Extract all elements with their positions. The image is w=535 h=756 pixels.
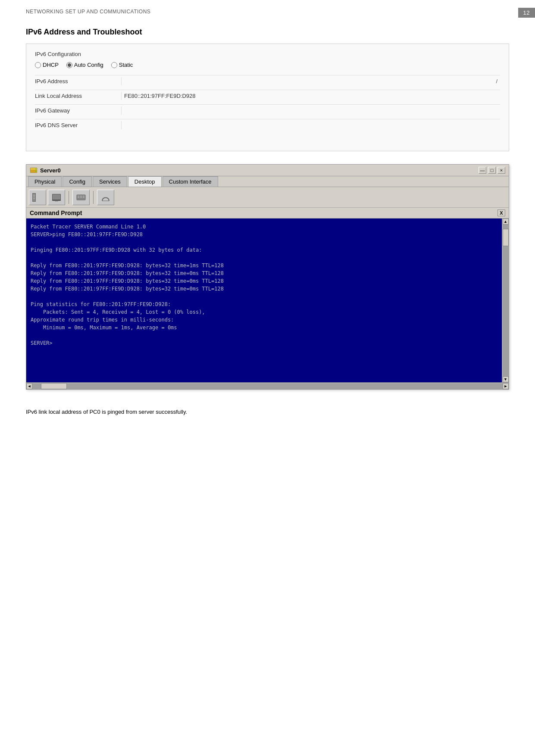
toolbar-item-1[interactable] xyxy=(29,190,46,205)
scroll-track xyxy=(503,225,509,376)
cmd-body[interactable]: Packet Tracer SERVER Command Line 1.0 SE… xyxy=(26,219,509,382)
vertical-scrollbar[interactable]: ▲ ▼ xyxy=(502,219,509,382)
hscroll-track xyxy=(32,383,503,389)
tab-custom-interface[interactable]: Custom Interface xyxy=(163,176,218,187)
maximize-button[interactable]: □ xyxy=(488,167,496,174)
svg-point-4 xyxy=(35,171,36,172)
header-text: NETWORKING SET UP AND COMMUNICATIONS xyxy=(26,9,150,15)
section-title: IPv6 Address and Troubleshoot xyxy=(0,15,535,44)
svg-rect-11 xyxy=(53,194,60,200)
radio-static-label[interactable]: Static xyxy=(111,62,133,68)
toolbar-icon-2 xyxy=(50,191,63,203)
ipv6-address-input[interactable] xyxy=(124,78,494,84)
toolbar-separator-2 xyxy=(93,191,94,204)
toolbar-item-2[interactable] xyxy=(48,190,65,205)
page-header: NETWORKING SET UP AND COMMUNICATIONS 12 xyxy=(0,0,535,15)
toolbar-item-3[interactable] xyxy=(72,190,90,205)
horizontal-scrollbar[interactable]: ◄ ► xyxy=(26,382,509,389)
pt-content: Command Prompt X Packet Tracer SERVER Co… xyxy=(26,208,509,389)
svg-rect-8 xyxy=(33,197,35,197)
pt-tab-bar: Physical Config Services Desktop Custom … xyxy=(26,176,509,187)
scroll-left-btn[interactable]: ◄ xyxy=(26,383,32,389)
hscroll-thumb[interactable] xyxy=(41,383,67,389)
close-button[interactable]: × xyxy=(497,167,505,174)
scroll-down-btn[interactable]: ▼ xyxy=(503,376,509,382)
server-icon xyxy=(30,166,38,174)
field-input-wrapper-ipv6-gateway xyxy=(121,106,500,115)
tab-config[interactable]: Config xyxy=(63,176,92,187)
caption-text: IPv6 link local address of PC0 is pinged… xyxy=(0,403,535,421)
tab-physical[interactable]: Physical xyxy=(28,176,62,187)
radio-static-text: Static xyxy=(119,62,133,68)
radio-auto-config-text: Auto Config xyxy=(74,62,103,68)
field-row-ipv6-dns: IPv6 DNS Server xyxy=(35,119,500,131)
minimize-button[interactable]: — xyxy=(479,167,486,174)
svg-rect-9 xyxy=(33,198,35,199)
tab-services[interactable]: Services xyxy=(93,176,127,187)
radio-row: DHCP Auto Config Static xyxy=(35,62,500,68)
cmd-wrapper: Packet Tracer SERVER Command Line 1.0 SE… xyxy=(26,219,509,382)
page-number: 12 xyxy=(518,8,535,18)
toolbar-separator-1 xyxy=(69,191,69,204)
scroll-up-btn[interactable]: ▲ xyxy=(503,219,509,225)
field-label-ipv6-address: IPv6 Address xyxy=(35,75,121,87)
pt-titlebar: Server0 — □ × xyxy=(26,165,509,176)
pt-toolbar xyxy=(26,187,509,208)
toolbar-icon-4 xyxy=(100,191,112,203)
svg-rect-17 xyxy=(78,197,79,198)
toolbar-icon-1 xyxy=(31,191,44,203)
field-row-ipv6-address: IPv6 Address / xyxy=(35,75,500,87)
ipv6-panel-title: IPv6 Configuration xyxy=(35,51,500,57)
cmd-output: Packet Tracer SERVER Command Line 1.0 SE… xyxy=(31,223,504,347)
field-row-link-local: Link Local Address xyxy=(35,90,500,102)
toolbar-item-4[interactable] xyxy=(97,190,114,205)
pt-window-title: Server0 xyxy=(40,167,61,174)
ipv6-config-panel: IPv6 Configuration DHCP Auto Config Stat… xyxy=(26,44,509,151)
radio-dhcp-text: DHCP xyxy=(43,62,59,68)
ipv6-gateway-input[interactable] xyxy=(124,107,497,114)
field-input-wrapper-ipv6-address: / xyxy=(121,77,500,85)
radio-auto-config-label[interactable]: Auto Config xyxy=(66,62,103,68)
cmd-header: Command Prompt X xyxy=(26,208,509,219)
tab-desktop[interactable]: Desktop xyxy=(128,176,162,187)
radio-dhcp-label[interactable]: DHCP xyxy=(35,62,59,68)
svg-rect-15 xyxy=(80,196,82,197)
svg-point-3 xyxy=(35,169,36,169)
radio-auto-config[interactable] xyxy=(66,62,72,68)
svg-rect-19 xyxy=(83,197,84,198)
radio-dhcp[interactable] xyxy=(35,62,41,68)
pt-window: Server0 — □ × Physical Config Services D… xyxy=(26,164,509,390)
cmd-close-button[interactable]: X xyxy=(497,209,505,216)
field-label-ipv6-gateway: IPv6 Gateway xyxy=(35,105,121,116)
field-input-wrapper-link-local xyxy=(121,92,500,100)
pt-window-controls: — □ × xyxy=(479,167,505,174)
slash-separator: / xyxy=(494,78,497,84)
field-label-ipv6-dns: IPv6 DNS Server xyxy=(35,119,121,131)
cmd-prompt-title: Command Prompt xyxy=(30,209,82,216)
link-local-address-input[interactable] xyxy=(124,93,497,99)
radio-static[interactable] xyxy=(111,62,117,68)
svg-rect-16 xyxy=(83,196,84,197)
scroll-right-btn[interactable]: ► xyxy=(503,383,509,389)
ipv6-dns-input[interactable] xyxy=(124,122,497,128)
field-row-ipv6-gateway: IPv6 Gateway xyxy=(35,104,500,116)
field-input-wrapper-ipv6-dns xyxy=(121,121,500,129)
svg-rect-7 xyxy=(33,195,35,196)
field-label-link-local: Link Local Address xyxy=(35,90,121,102)
svg-rect-12 xyxy=(55,200,58,201)
pt-title-left: Server0 xyxy=(30,166,61,174)
toolbar-icon-3 xyxy=(75,191,87,203)
scroll-thumb[interactable] xyxy=(503,229,509,246)
svg-rect-18 xyxy=(80,197,82,198)
svg-rect-14 xyxy=(78,196,79,197)
